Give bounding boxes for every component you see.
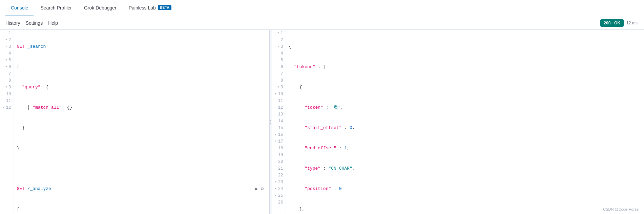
toolbar-left: History Settings Help: [5, 19, 58, 27]
out-line-num-13: 13: [275, 111, 283, 118]
line-number-2: ▾2: [3, 37, 11, 43]
editor-line-5: }: [17, 125, 266, 131]
output-code-content: { "tokens" : [ { "token" : "奥", "start_o…: [286, 30, 644, 214]
editor-line-6: }: [17, 145, 266, 152]
line-number-3: ▾3: [3, 43, 11, 50]
out-line-7: "type" : "CN_CHAR",: [289, 165, 641, 172]
out-line-9: },: [289, 206, 641, 213]
out-line-num-10: ▾10: [275, 91, 283, 98]
editor-line-8: GET /_analyze ▶ ⚙: [17, 186, 266, 192]
out-line-num-21: 21: [275, 165, 283, 172]
secondary-toolbar: History Settings Help 200 - OK 12 ms.: [0, 16, 644, 30]
settings-button[interactable]: Settings: [26, 19, 43, 27]
output-line-numbers: ▾1 2 ▾3 4 5 6 7 8 ▾9 ▾10 11 12 13 14 15 …: [272, 30, 286, 214]
out-line-num-2: 2: [275, 37, 283, 43]
tab-console-label: Console: [11, 5, 28, 10]
out-line-num-19: 19: [275, 152, 283, 158]
line-number-9: ▾9: [3, 84, 11, 91]
line-number-11: 11: [3, 98, 11, 104]
out-line-num-22: 22: [275, 172, 283, 179]
path: _search: [27, 43, 46, 50]
output-code-area: ▾1 2 ▾3 4 5 6 7 8 ▾9 ▾10 11 12 13 14 15 …: [272, 30, 644, 214]
out-line-5: "start_offset" : 0,: [289, 125, 641, 131]
editor-line-9: {: [17, 206, 266, 213]
editor-line-1: GET _search: [17, 43, 266, 50]
out-line-6: "end_offset" : 1,: [289, 145, 641, 152]
out-line-num-18: 18: [275, 145, 283, 152]
out-line-num-5: 5: [275, 57, 283, 64]
out-line-3: {: [289, 84, 641, 91]
tab-painless-lab-label: Painless Lab: [129, 5, 156, 10]
tab-grok-debugger[interactable]: Grok Debugger: [79, 0, 122, 16]
line-number-10: 10: [3, 91, 11, 98]
out-line-num-15: 15: [275, 125, 283, 131]
out-line-num-7: 7: [275, 70, 283, 77]
line-8-actions: ▶ ⚙: [255, 186, 264, 192]
editor-line-2: {: [17, 64, 266, 70]
editor-line-3: "query": {: [17, 84, 266, 91]
out-line-2: "tokens" : [: [289, 64, 641, 70]
run-icon[interactable]: ▶: [255, 186, 258, 192]
line-number-6: ▾6: [3, 64, 11, 70]
main-content: 1 ▾2 ▾3 4 ▾5 ▾6 7 8 ▾9 10 11 ▾12 GET _se…: [0, 30, 644, 214]
tab-search-profiler-label: Search Profiler: [40, 5, 72, 10]
watermark: CSDN @Code-Horse: [603, 207, 639, 211]
out-line-num-25: ▾25: [275, 192, 283, 199]
editor-line-4: │ "match_all": {}: [17, 104, 266, 111]
line-number-4: 4: [3, 50, 11, 57]
out-line-num-16: ▾16: [275, 131, 283, 138]
editor-line-numbers: 1 ▾2 ▾3 4 ▾5 ▾6 7 8 ▾9 10 11 ▾12: [0, 30, 14, 214]
line-number-7: 7: [3, 70, 11, 77]
output-pane: ▾1 2 ▾3 4 5 6 7 8 ▾9 ▾10 11 12 13 14 15 …: [272, 30, 644, 214]
line-number-1: 1: [3, 30, 11, 37]
editor-code-area[interactable]: 1 ▾2 ▾3 4 ▾5 ▾6 7 8 ▾9 10 11 ▾12 GET _se…: [0, 30, 269, 214]
out-line-num-11: 11: [275, 98, 283, 104]
out-line-num-9: ▾9: [275, 84, 283, 91]
out-line-num-20: 20: [275, 158, 283, 165]
out-line-num-1: ▾1: [275, 30, 283, 37]
method-keyword: GET: [17, 43, 24, 50]
line-number-8: 8: [3, 77, 11, 84]
beta-badge: BETA: [158, 5, 171, 10]
top-navigation: Console Search Profiler Grok Debugger Pa…: [0, 0, 644, 16]
line-number-5: ▾5: [3, 57, 11, 64]
tab-console[interactable]: Console: [5, 0, 34, 16]
out-line-1: {: [289, 43, 641, 50]
pane-divider[interactable]: ⋮: [269, 30, 272, 214]
out-line-num-8: 8: [275, 77, 283, 84]
out-line-num-14: 14: [275, 118, 283, 125]
help-button[interactable]: Help: [48, 19, 58, 27]
out-line-num-4: 4: [275, 50, 283, 57]
tab-painless-lab[interactable]: Painless Lab BETA: [123, 0, 177, 16]
out-line-num-12: 12: [275, 104, 283, 111]
out-line-num-26: 26: [275, 199, 283, 206]
toolbar-right: 200 - OK 12 ms.: [600, 19, 639, 27]
line-number-12: ▾12: [3, 104, 11, 111]
out-line-num-6: 6: [275, 64, 283, 70]
out-line-num-24: ▾24: [275, 186, 283, 192]
out-line-num-23: ▾23: [275, 179, 283, 186]
out-line-num-17: ▾17: [275, 138, 283, 145]
path-2: /_analyze: [27, 186, 51, 192]
editor-pane: 1 ▾2 ▾3 4 ▾5 ▾6 7 8 ▾9 10 11 ▾12 GET _se…: [0, 30, 269, 214]
history-button[interactable]: History: [5, 19, 20, 27]
editor-line-7: [17, 165, 266, 172]
editor-code-content[interactable]: GET _search { "query": { │ "match_all": …: [14, 30, 269, 214]
response-timing: 12 ms.: [626, 21, 639, 25]
out-line-8: "position" : 0: [289, 186, 641, 192]
out-line-num-3: ▾3: [275, 43, 283, 50]
method-keyword-2: GET: [17, 186, 24, 192]
tab-grok-debugger-label: Grok Debugger: [84, 5, 117, 10]
status-badge: 200 - OK: [600, 19, 624, 27]
out-line-4: "token" : "奥",: [289, 104, 641, 111]
wrench-icon[interactable]: ⚙: [261, 186, 264, 192]
tab-search-profiler[interactable]: Search Profiler: [35, 0, 77, 16]
